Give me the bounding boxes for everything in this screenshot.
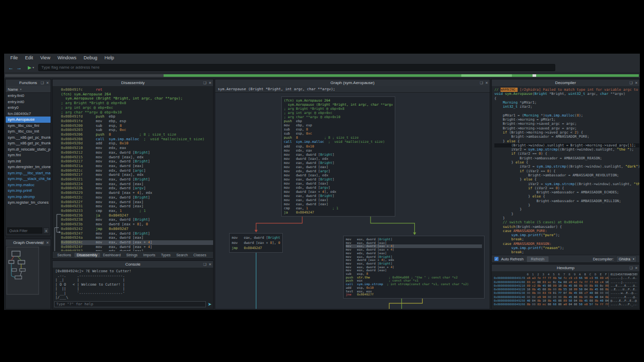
code-line[interactable]: 0x0804924f mov eax, dword [eax + 4] (61, 245, 213, 250)
code-line[interactable]: sub esp, 0xc (284, 131, 393, 136)
code-line[interactable]: Bright->ambassador = AMBASSADOR_ECHOES; (494, 190, 639, 194)
code-line[interactable]: 0x08049217 mov eax, dword [Bright] (61, 159, 213, 164)
code-line[interactable]: 0x08049252 mov edx, dword [eax] (61, 249, 213, 251)
menu-view[interactable]: View (37, 55, 53, 61)
code-line[interactable]: 0x080491fe mov ebp, esp (61, 119, 213, 124)
tab-strings[interactable]: Strings (124, 253, 140, 257)
hexdump-row[interactable]: 0x000000000804921089 c2 8b 45 08 89 10 8… (494, 284, 637, 288)
undock-icon[interactable]: ❏ (630, 266, 633, 270)
code-line[interactable]: 0x0804924a mov eax, dword [eax] (61, 236, 213, 240)
code-line[interactable]: if (iVar2 == 0) { (494, 152, 639, 156)
code-line[interactable]: mov dword [eax + 4], edx (284, 190, 393, 194)
code-line[interactable]: iVar2 = sym.imp.strcmp((Bright->window).… (494, 164, 639, 169)
close-icon[interactable]: ✕ (208, 81, 212, 85)
undock-icon[interactable]: ❏ (480, 81, 483, 85)
hexdump-row[interactable]: 0x000000000804925040 04 8b 10 8b 45 08 8… (494, 299, 637, 303)
code-line[interactable]: mov dword [eax], edx (284, 157, 393, 161)
code-line[interactable]: 0x0804921c mov edx, dword [argc] (61, 169, 213, 173)
close-icon[interactable]: ✕ (635, 81, 638, 85)
code-line[interactable]: { (494, 96, 639, 101)
code-line[interactable]: } (494, 216, 639, 220)
code-line[interactable]: 0x08049203 sub esp, 0xc (61, 128, 213, 133)
code-line[interactable]: mov edx, eax (284, 149, 393, 153)
code-line[interactable]: mov dword [eax], edx (284, 173, 393, 177)
code-line[interactable]: 0x08049215 mov dword [eax], edx (61, 155, 213, 160)
code-line[interactable]: mov eax, dword [eax] (284, 198, 393, 202)
undock-icon[interactable]: ❏ (630, 81, 633, 85)
undock-icon[interactable]: ❏ (41, 241, 44, 245)
function-list-item[interactable]: sym._libc_csu_fini (6, 123, 51, 129)
tab-types[interactable]: Types (158, 253, 173, 257)
function-list-item[interactable]: sym.imp.malloc (6, 182, 51, 188)
function-list-item[interactable]: sym.imp.printf (6, 188, 51, 194)
code-line[interactable]: ja 0x8049247 (284, 210, 393, 215)
code-line[interactable]: 0x08049233 cmp eax, 1 ; 1 (61, 209, 213, 213)
tab-classes[interactable]: Classes (191, 253, 209, 257)
graph-node-false-branch[interactable]: mov eax, dword [Bright]mov dword [eax + … (229, 233, 283, 253)
code-line[interactable]: ; arg char **argv @ ebp+0x10 (61, 110, 213, 115)
function-list-item[interactable]: sym.__x86.get_pc_thunk.bx (6, 140, 51, 146)
graph-minimap[interactable] (6, 246, 51, 309)
code-line[interactable]: Bright->morning->saved_argc = argc; (494, 122, 639, 126)
close-icon[interactable]: ✕ (485, 81, 488, 85)
code-line[interactable]: Bright->ambassador = AMBASSADOR_REVOLUTI… (494, 173, 639, 177)
code-line[interactable]: 0x080491fd push ebp (61, 114, 213, 119)
menu-file[interactable]: File (7, 55, 21, 61)
tab-search[interactable]: Search (174, 253, 190, 257)
function-list-item[interactable]: fcn.080490c7 (6, 111, 51, 117)
function-list-item[interactable]: entry.fini0 (6, 93, 51, 99)
code-line[interactable]: 0x08049229 mov dword [eax + 4], edx (61, 191, 213, 195)
code-line[interactable]: mov edx, dword [argv] (284, 186, 393, 190)
code-line[interactable]: } (494, 203, 639, 207)
back-button[interactable]: ← (7, 64, 14, 71)
graph-node-true-branch[interactable]: mov eax, dword [Bright]mov eax, dword [e… (343, 236, 485, 299)
code-line[interactable]: ; arg int argc @ ebp+0xc (61, 106, 213, 110)
clear-filter-button[interactable]: x (43, 227, 49, 234)
code-line[interactable]: 0x0804924c mov eax, dword [eax + 4] (61, 240, 213, 245)
code-line[interactable]: switch(Bright->ambassador) { (494, 225, 639, 229)
code-line[interactable]: } else { (494, 160, 639, 164)
function-list-item[interactable]: sym.Aeropause (6, 117, 51, 123)
code-line[interactable]: ; arg Bright *Bright @ ebp+0x8 (61, 101, 213, 106)
code-line[interactable]: sym.imp.printf("reason"); (494, 246, 639, 250)
code-line[interactable]: mov eax, dword [Bright] (284, 153, 393, 157)
code-line[interactable]: Morning *pMVar1; (494, 101, 639, 105)
code-line[interactable]: 0x080491fc ret (61, 88, 213, 92)
quick-filter-input[interactable] (7, 227, 42, 234)
code-line[interactable]: mov eax, dword [Bright] (284, 177, 393, 182)
code-line[interactable]: sym.Aeropause (Bright *Bright, int argc,… (284, 103, 393, 107)
code-line[interactable]: iVar2 = sym.imp.strcmp((Bright->window).… (494, 147, 639, 152)
function-list-item[interactable]: sym.dl_relocate_static_pie (6, 146, 51, 153)
code-line[interactable]: if (iVar2 == 0) { (494, 169, 639, 173)
code-line[interactable]: (fcn) sym.Aeropause 264 (61, 92, 213, 97)
code-line[interactable]: } else { (494, 194, 639, 199)
tab-sections[interactable]: Sections (55, 253, 74, 257)
code-line[interactable]: mov eax, dword [eax] (284, 202, 393, 206)
code-line[interactable]: if (Bright->morning->saved_argc < 2) { (494, 130, 639, 135)
code-line[interactable]: 0x08049206 push 8 ; 8 ; size_t size (61, 133, 213, 137)
forward-button[interactable]: → (15, 64, 23, 71)
code-line[interactable]: ; arg Bright *Bright @ ebp+0x8 (284, 107, 393, 111)
code-line[interactable]: sym.Aeropause (Bright *Bright, int argc,… (61, 96, 213, 101)
tab-imports[interactable]: Imports (141, 253, 158, 257)
code-line[interactable]: sub esp, 8 (284, 127, 393, 131)
refresh-button[interactable]: Refresh (526, 256, 549, 262)
function-list-item[interactable]: entry.init0 (6, 99, 51, 105)
code-line[interactable]: case AMBASSADOR_PURE: (494, 229, 639, 233)
code-line[interactable]: // switch table (5 cases) at 0x804a044 (494, 220, 639, 224)
decompiler-select[interactable]: Ghidra ▾ (616, 256, 637, 262)
code-line[interactable]: 0x08049221 mov eax, dword [Bright] (61, 177, 213, 182)
code-line[interactable]: 0x08049224 mov eax, dword [eax] (61, 182, 213, 187)
graph-canvas[interactable]: (fcn) sym.Aeropause 264 sym.Aeropause (B… (215, 93, 490, 309)
code-line[interactable]: iVar2 = sym.imp.strcmp((Bright->window).… (494, 182, 639, 186)
code-line[interactable]: 0x08049231 mov eax, dword [eax] (61, 204, 213, 209)
code-line[interactable]: mov eax, dword [eax] (284, 182, 393, 186)
code-line[interactable]: 0x0804923b mov dword [eax + 8], 0 (61, 222, 213, 227)
code-line[interactable]: Bright->ambassador = AMBASSADOR_PURE; (494, 135, 639, 139)
code-line[interactable]: if (iVar2 == 0) { (494, 186, 639, 190)
send-command-icon[interactable]: ➤ (207, 302, 212, 307)
code-line[interactable]: ; arg int argc @ ebp+0xc (284, 111, 393, 115)
code-line[interactable]: (Bright->window).sunlight = Bright->morn… (494, 143, 639, 147)
code-line[interactable]: sym.imp.printf("pure"); (494, 233, 639, 237)
close-icon[interactable]: ✕ (46, 241, 49, 245)
